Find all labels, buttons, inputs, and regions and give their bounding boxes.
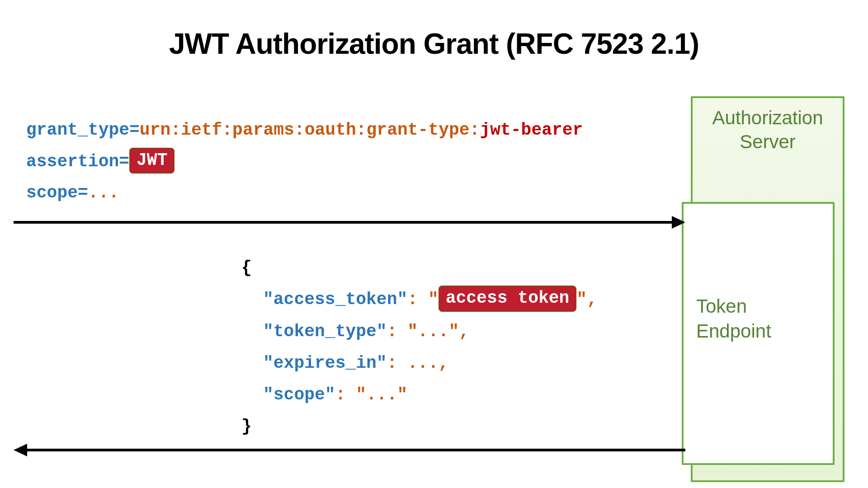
arrow-shaft [14,221,674,224]
response-block: { "access_token": "access token", "token… [241,252,597,443]
slide-title: JWT Authorization Grant (RFC 7523 2.1) [0,27,868,61]
scope-value: ... [88,183,119,202]
auth-server-label-line1: Authorization [712,107,823,128]
request-block: grant_type=urn:ietf:params:oauth:grant-t… [26,114,583,209]
equals-sign: = [129,120,140,140]
quote: " [576,290,587,309]
response-line-token-type: "token_type": "...", [241,316,597,347]
key-scope: "scope" [263,385,335,404]
param-scope: scope [26,183,78,202]
response-arrow [14,444,685,456]
key-token-type: "token_type" [263,322,387,341]
jwt-badge: JWT [129,148,175,174]
value-expires-in: ... [407,353,438,373]
response-close-brace: } [241,411,597,442]
colon: : [335,385,346,404]
arrow-head-right-icon [672,216,685,229]
token-endpoint-box: Token Endpoint [682,202,835,465]
response-line-scope: "scope": "..." [241,379,597,411]
brace-close: } [241,417,252,436]
grant-type-value-suffix: jwt-bearer [480,120,583,140]
colon: : [387,322,397,341]
comma: , [587,290,597,309]
param-assertion: assertion [26,152,119,171]
request-line-grant-type: grant_type=urn:ietf:params:oauth:grant-t… [26,114,583,146]
request-line-scope: scope=... [26,177,583,209]
key-expires-in: "expires_in" [263,353,387,373]
response-open-brace: { [241,252,597,284]
quote: " [428,290,439,309]
colon: : [407,290,418,309]
brace-open: { [241,258,252,277]
token-endpoint-label-line2: Endpoint [696,320,771,342]
auth-server-label-line2: Server [740,131,796,152]
token-endpoint-label: Token Endpoint [684,204,833,343]
access-token-badge: access token [439,286,577,311]
arrow-head-left-icon [14,444,27,456]
value-scope: "..." [356,385,407,404]
grant-type-value-prefix: urn:ietf:params:oauth:grant-type: [140,120,480,140]
response-line-expires-in: "expires_in": ..., [241,347,597,379]
comma: , [439,353,449,373]
key-access-token: "access_token" [263,290,407,309]
colon: : [387,353,397,373]
equals-sign: = [119,152,129,171]
equals-sign: = [78,183,88,202]
param-grant-type: grant_type [26,120,129,140]
comma: , [459,322,469,341]
value-token-type: "..." [407,322,459,341]
response-line-access-token: "access_token": "access token", [241,284,597,315]
arrow-shaft [25,449,685,451]
token-endpoint-label-line1: Token [696,296,747,317]
authorization-server-label: Authorization Server [693,98,843,154]
request-arrow [14,216,685,229]
request-line-assertion: assertion=JWT [26,146,583,178]
